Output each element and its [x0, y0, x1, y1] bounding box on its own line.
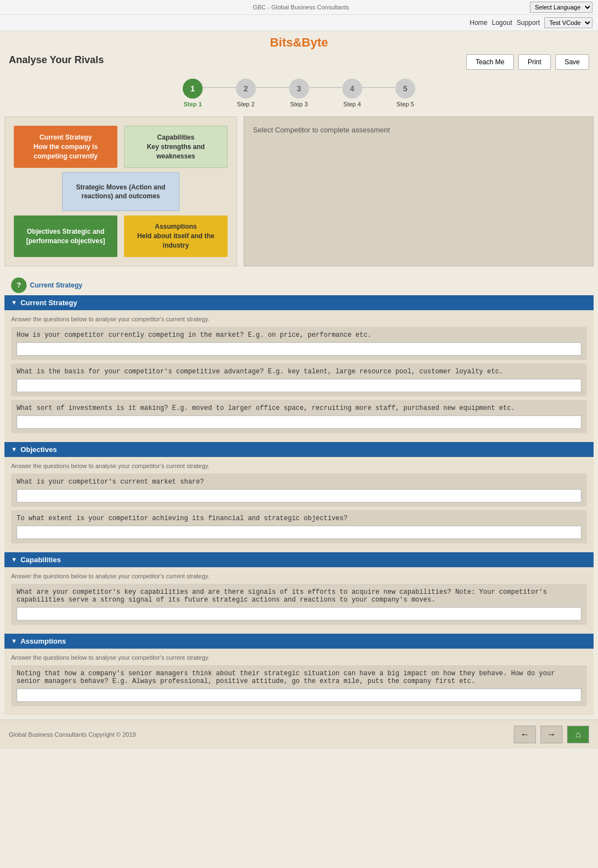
brand: Bits&Byte — [0, 31, 598, 52]
step-5-circle: 5 — [395, 79, 415, 99]
objectives-title: Objectives — [20, 445, 57, 454]
home-link[interactable]: Home — [470, 19, 487, 27]
question-text-2: What is the basis for your competitor's … — [17, 368, 581, 376]
save-button[interactable]: Save — [555, 54, 589, 70]
help-button[interactable]: ? — [11, 278, 27, 293]
step-3-label: Step 3 — [290, 101, 308, 107]
action-buttons: Teach Me Print Save — [466, 54, 589, 70]
prev-button[interactable]: ← — [514, 726, 536, 743]
question-block-7: Noting that how a company's senior manag… — [11, 665, 587, 706]
diagram-grid: Current StrategyHow the company is compe… — [14, 126, 228, 168]
capabilities-body: Answer the questions below to analyse yo… — [4, 567, 594, 634]
chevron-down-icon: ▼ — [11, 299, 17, 306]
step-4[interactable]: 4 Step 4 — [342, 79, 362, 107]
step-4-circle: 4 — [342, 79, 362, 99]
current-strategy-title: Current Strategy — [20, 299, 78, 307]
next-arrow-icon: → — [547, 730, 556, 739]
step-4-label: Step 4 — [343, 101, 361, 107]
diagram-grid-2: Objectives Strategic and [performance ob… — [14, 215, 228, 256]
answer-input-1[interactable] — [17, 342, 581, 356]
card-assumptions[interactable]: AssumptionsHeld about itself and the ind… — [124, 215, 228, 256]
next-button[interactable]: → — [540, 726, 563, 743]
question-text-1: How is your competitor currently competi… — [17, 331, 581, 339]
question-block-6: What are your competitor's key capabilit… — [11, 584, 587, 625]
question-text-5: To what extent is your competitor achiev… — [17, 515, 581, 522]
home-icon: ⌂ — [575, 730, 581, 739]
question-block-1: How is your competitor currently competi… — [11, 327, 587, 360]
home-button[interactable]: ⌂ — [567, 726, 589, 743]
step-2-circle: 2 — [236, 79, 256, 99]
language-select[interactable]: Select Language — [530, 2, 592, 13]
assumptions-subtitle: Answer the questions below to analyse yo… — [11, 654, 587, 661]
diagram-center-row: Strategic Moves (Action and reactions) a… — [14, 172, 228, 211]
answer-input-4[interactable] — [17, 489, 581, 502]
question-text-4: What is your competitor's current market… — [17, 478, 581, 486]
competitor-panel: Select Competitor to complete assessment — [244, 116, 594, 266]
step-5[interactable]: 5 Step 5 — [395, 79, 415, 107]
step-1-label: Step 1 — [183, 101, 202, 107]
test-select[interactable]: Test VCode — [544, 17, 592, 28]
question-text-6: What are your competitor's key capabilit… — [17, 588, 581, 604]
chevron-down-icon-2: ▼ — [11, 446, 17, 453]
logout-link[interactable]: Logout — [492, 19, 512, 27]
step-1-circle: 1 — [183, 79, 203, 99]
objectives-body: Answer the questions below to analyse yo… — [4, 457, 594, 552]
section-capabilities: ▼ Capabilities Answer the questions belo… — [4, 552, 594, 634]
print-button[interactable]: Print — [518, 54, 551, 70]
step-2[interactable]: 2 Step 2 — [236, 79, 256, 107]
step-connector-2 — [256, 87, 289, 88]
top-bar: GBC - Global Business Consultants Select… — [0, 0, 598, 15]
card-strategic-moves[interactable]: Strategic Moves (Action and reactions) a… — [62, 172, 179, 211]
teach-me-button[interactable]: Teach Me — [466, 54, 514, 70]
chevron-down-icon-3: ▼ — [11, 556, 17, 563]
answer-input-6[interactable] — [17, 607, 581, 620]
current-strategy-subtitle: Answer the questions below to analyse yo… — [11, 316, 587, 322]
answer-input-3[interactable] — [17, 415, 581, 429]
section-current-strategy: ? Current Strategy ▼ Current Strategy An… — [4, 275, 594, 442]
assumptions-body: Answer the questions below to analyse yo… — [4, 649, 594, 715]
answer-input-5[interactable] — [17, 526, 581, 539]
answer-input-7[interactable] — [17, 689, 581, 702]
steps-container: 1 Step 1 2 Step 2 3 Step 3 4 Step 4 5 St… — [0, 74, 598, 116]
main-content: Current StrategyHow the company is compe… — [0, 116, 598, 275]
question-block-3: What sort of investments is it making? E… — [11, 400, 587, 433]
top-bar-title: GBC - Global Business Consultants — [72, 4, 530, 11]
capabilities-subtitle: Answer the questions below to analyse yo… — [11, 573, 587, 579]
competitor-text: Select Competitor to complete assessment — [253, 126, 584, 134]
footer-copyright: Global Business Consultants Copyright © … — [9, 731, 136, 738]
step-1[interactable]: 1 Step 1 — [183, 79, 203, 107]
question-text-7: Noting that how a company's senior manag… — [17, 670, 581, 685]
question-block-5: To what extent is your competitor achiev… — [11, 510, 587, 543]
current-strategy-header[interactable]: ▼ Current Strategy — [4, 295, 594, 310]
step-connector-1 — [203, 87, 236, 88]
support-link[interactable]: Support — [517, 19, 540, 27]
diagram-area: Current StrategyHow the company is compe… — [4, 116, 237, 266]
cs-header-area: ? Current Strategy — [4, 275, 594, 295]
footer-buttons: ← → ⌂ — [514, 726, 589, 743]
question-block-2: What is the basis for your competitor's … — [11, 363, 587, 397]
capabilities-header[interactable]: ▼ Capabilities — [4, 552, 594, 567]
nav-bar: Home Logout Support Test VCode — [0, 15, 598, 31]
objectives-subtitle: Answer the questions below to analyse yo… — [11, 463, 587, 469]
step-2-label: Step 2 — [237, 101, 255, 107]
step-3-circle: 3 — [289, 79, 309, 99]
question-block-4: What is your competitor's current market… — [11, 474, 587, 507]
card-objectives[interactable]: Objectives Strategic and [performance ob… — [14, 215, 117, 256]
card-current-strategy[interactable]: Current StrategyHow the company is compe… — [14, 126, 117, 168]
question-text-3: What sort of investments is it making? E… — [17, 404, 581, 412]
prev-arrow-icon: ← — [520, 730, 529, 739]
current-strategy-body: Answer the questions below to analyse yo… — [4, 310, 594, 442]
step-3[interactable]: 3 Step 3 — [289, 79, 309, 107]
objectives-header[interactable]: ▼ Objectives — [4, 442, 594, 457]
sections-wrapper: ? Current Strategy ▼ Current Strategy An… — [0, 275, 598, 715]
assumptions-title: Assumptions — [20, 637, 66, 645]
capabilities-title: Capabilities — [20, 556, 61, 564]
page-title: Analyse Your Rivals — [9, 54, 104, 66]
chevron-down-icon-4: ▼ — [11, 638, 17, 644]
brand-name: Bits&Byte — [270, 35, 328, 49]
cs-label: Current Strategy — [30, 281, 83, 289]
assumptions-header[interactable]: ▼ Assumptions — [4, 634, 594, 649]
card-capabilities[interactable]: CapabilitiesKey strengths and weaknesses — [124, 126, 228, 168]
step-connector-3 — [309, 87, 342, 88]
answer-input-2[interactable] — [17, 379, 581, 392]
